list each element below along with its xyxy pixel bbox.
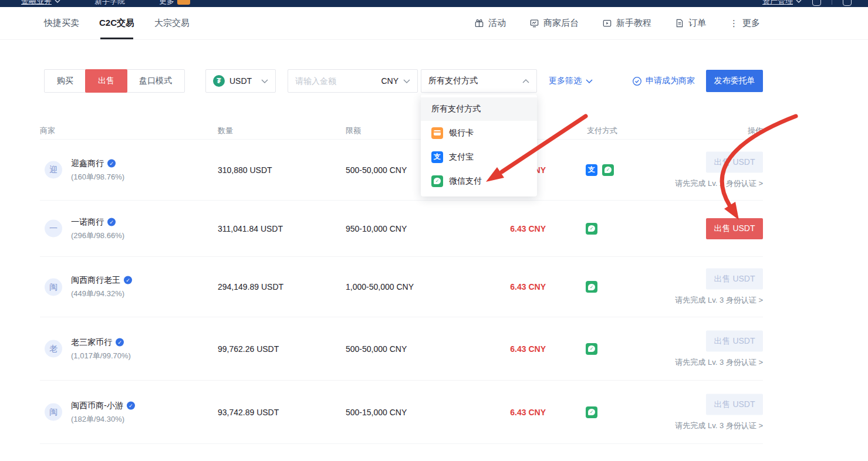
- sell-usdt-button[interactable]: 出售 USDT: [706, 151, 763, 172]
- action-cell: 出售 USDT: [706, 218, 763, 239]
- topbar-item-academy[interactable]: 新手学院: [94, 0, 125, 6]
- apply-merchant-link[interactable]: 申请成为商家: [632, 69, 695, 93]
- kyc-notice[interactable]: 请先完成 Lv. 3 身份认证 >: [675, 420, 763, 431]
- nav-link-订单[interactable]: 订单: [675, 18, 706, 29]
- merchant-stats: (449单/94.32%): [71, 289, 132, 299]
- nav-link-label: 活动: [488, 18, 506, 29]
- alipay-icon: 支: [586, 164, 597, 176]
- orders-icon[interactable]: [843, 0, 852, 6]
- tab-0[interactable]: 快捷买卖: [44, 7, 79, 39]
- user-icon[interactable]: [812, 0, 821, 6]
- amount-input[interactable]: [295, 76, 376, 86]
- nav-link-label: 商家后台: [543, 18, 579, 29]
- amount-cell: 99,762.26 USDT: [218, 344, 279, 354]
- chevron-down-icon: [796, 0, 802, 3]
- nav-link-label: 新手教程: [616, 18, 651, 29]
- merchant-cell[interactable]: 老 老三家币行 (1,017单/99.70%): [45, 337, 131, 361]
- payment-icons-cell: 支: [586, 164, 614, 176]
- kyc-notice[interactable]: 请先完成 Lv. 3 身份认证 >: [675, 295, 763, 306]
- sell-usdt-button[interactable]: 出售 USDT: [706, 269, 763, 290]
- header-merchant: 商家: [40, 126, 55, 136]
- table-row: 老 老三家币行 (1,017单/99.70%) 99,762.26 USDT 5…: [40, 317, 763, 381]
- amount-cell: 311,041.84 USDT: [218, 224, 283, 233]
- verified-badge-icon: [127, 401, 135, 409]
- merchant-cell[interactable]: 一 一诺商行 (296单/98.66%): [45, 216, 124, 240]
- wechat-pay-icon: [586, 343, 597, 355]
- topbar-item-finance[interactable]: 金融业务: [21, 0, 60, 6]
- payment-method-select[interactable]: 所有支付方式: [421, 69, 537, 93]
- price-cell: 6.43 CNY: [451, 408, 546, 417]
- verified-badge-icon: [107, 159, 116, 167]
- nav-link-label: 订单: [688, 18, 706, 29]
- tab-2[interactable]: 大宗交易: [154, 7, 190, 39]
- topbar-item-label: 资产管理: [762, 0, 793, 6]
- nav-link-新手教程[interactable]: 新手教程: [602, 18, 651, 29]
- dropdown-item-label: 支付宝: [449, 152, 474, 162]
- merchant-cell[interactable]: 迎 迎鑫商行 (160单/98.76%): [45, 158, 124, 182]
- topbar-item-assets[interactable]: 资产管理: [762, 0, 802, 6]
- limit-cell: 500-15,000 CNY: [346, 408, 407, 417]
- dropdown-item-支付宝[interactable]: 支支付宝: [421, 145, 537, 169]
- topbar-item-label: 新手学院: [94, 0, 125, 6]
- filter-bar: 购买出售盘口模式 ₮ USDT CNY 所有支付方式 更多筛选 申请成为商家 发…: [0, 69, 868, 93]
- wechat-pay-icon: [602, 164, 614, 176]
- merchant-name: 老三家币行: [71, 337, 112, 347]
- segment-出售[interactable]: 出售: [85, 69, 127, 93]
- bank-card-icon: [431, 127, 443, 139]
- currency-select-value[interactable]: CNY: [381, 76, 398, 86]
- sell-usdt-button[interactable]: 出售 USDT: [706, 218, 763, 239]
- sell-usdt-button[interactable]: 出售 USDT: [706, 394, 763, 415]
- nav-link-商家后台[interactable]: 商家后台: [529, 18, 579, 29]
- action-cell: 出售 USDT 请先完成 Lv. 3 身份认证 >: [675, 269, 763, 306]
- merchant-cell[interactable]: 闽 闽西币商-小游 (182单/94.30%): [45, 400, 135, 424]
- limit-cell: 950-10,000 CNY: [346, 224, 407, 233]
- wechat-pay-icon: [586, 281, 597, 293]
- amount-cell: 93,742.89 USDT: [218, 408, 279, 417]
- topbar-item-more[interactable]: 更多: [159, 0, 190, 6]
- topbar: 金融业务 新手学院 更多 资产管理: [0, 0, 868, 7]
- tutorial-video-icon: [602, 18, 612, 28]
- divider: [832, 0, 832, 5]
- verified-badge-icon: [124, 276, 132, 284]
- shield-check-icon: [632, 76, 642, 86]
- order-doc-icon: [675, 18, 684, 28]
- sell-usdt-button[interactable]: 出售 USDT: [706, 330, 763, 351]
- dropdown-item-微信支付[interactable]: 微信支付: [421, 169, 537, 193]
- table-row: 一 一诺商行 (296单/98.66%) 311,041.84 USDT 950…: [40, 201, 763, 257]
- topbar-item-label: 金融业务: [21, 0, 52, 6]
- nav-link-活动[interactable]: 活动: [474, 18, 506, 29]
- coin-select[interactable]: ₮ USDT: [205, 69, 276, 93]
- tab-1[interactable]: C2C交易: [99, 7, 134, 39]
- segment-盘口模式[interactable]: 盘口模式: [127, 70, 184, 92]
- merchant-stats: (160单/98.76%): [71, 171, 124, 182]
- dropdown-item-label: 银行卡: [449, 128, 474, 138]
- dropdown-item-label: 微信支付: [449, 176, 482, 187]
- nav-links: 活动商家后台新手教程订单⋮更多: [474, 7, 760, 39]
- kyc-notice[interactable]: 请先完成 Lv. 2 身份认证 >: [675, 178, 763, 188]
- post-order-button[interactable]: 发布委托单: [706, 70, 763, 92]
- verified-badge-icon: [107, 218, 116, 226]
- header-limit: 限额: [346, 126, 361, 136]
- merchant-name: 迎鑫商行: [71, 158, 104, 168]
- nav-link-更多[interactable]: ⋮更多: [729, 18, 760, 29]
- limit-cell: 500-50,000 CNY: [346, 344, 407, 354]
- segment-购买[interactable]: 购买: [45, 70, 86, 92]
- merchant-cell[interactable]: 闽 闽西商行老王 (449单/94.32%): [45, 275, 132, 299]
- merchant-console-icon: [529, 18, 539, 28]
- table-header: 商家 数量 限额 支付方式 操作: [40, 121, 763, 140]
- action-cell: 出售 USDT 请先完成 Lv. 2 身份认证 >: [675, 151, 763, 188]
- buy-sell-segment: 购买出售盘口模式: [44, 69, 185, 93]
- usdt-icon: ₮: [213, 75, 225, 87]
- dropdown-item-所有支付方式[interactable]: 所有支付方式: [421, 97, 537, 121]
- offers-table: 商家 数量 限额 支付方式 操作 迎 迎鑫商行 (160单/98.76%) 31…: [40, 121, 763, 461]
- verified-badge-icon: [116, 338, 124, 346]
- merchant-stats: (182单/94.30%): [71, 413, 135, 424]
- chevron-down-icon: [261, 79, 268, 83]
- dropdown-item-银行卡[interactable]: 银行卡: [421, 121, 537, 145]
- payment-dropdown-panel: 所有支付方式银行卡支支付宝微信支付: [421, 94, 537, 196]
- more-filters-button[interactable]: 更多筛选: [549, 69, 593, 93]
- payment-icons-cell: [586, 281, 597, 293]
- price-cell: 6.43 CNY: [451, 282, 546, 291]
- chevron-down-icon: [403, 79, 410, 83]
- kyc-notice[interactable]: 请先完成 Lv. 3 身份认证 >: [675, 357, 763, 367]
